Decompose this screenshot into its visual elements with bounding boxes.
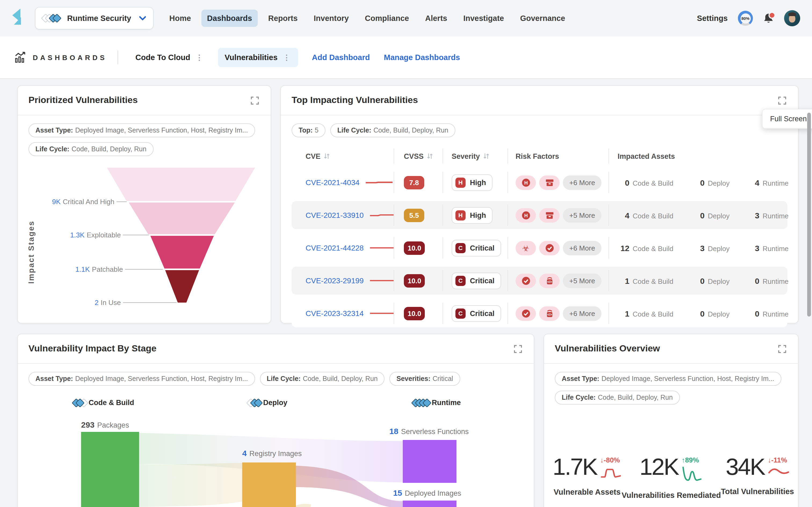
cvss-badge: 10.0 (404, 306, 425, 320)
cvss-badge: 10.0 (404, 274, 425, 287)
card-title: Vulnerabilities Overview (555, 343, 660, 354)
svg-text:H: H (524, 213, 528, 218)
trend-sparkline-icon (369, 245, 394, 250)
filter-pill-life-cycle[interactable]: Life Cycle:Code, Build, Deploy, Run (330, 123, 455, 137)
cve-link[interactable]: CVE-2023-29199 (306, 276, 364, 285)
card-title: Vulnerability Impact By Stage (29, 343, 157, 354)
risk-factor-check-circle-icon[interactable] (516, 306, 536, 321)
filter-pill-asset-type[interactable]: Asset Type:Deployed Image, Serverless Fu… (555, 372, 781, 386)
funnel-label: 1.3KExploitable (70, 231, 121, 239)
impacted-runtime: 3Runtime (748, 211, 789, 220)
stat-vulnerabilities-remediated: 12K ↑89% Vulnerabilities Remediated (622, 455, 721, 500)
filter-pill-asset-type[interactable]: Asset Type:Deployed Image, Serverless Fu… (29, 372, 255, 386)
nav-item-investigate[interactable]: Investigate (457, 10, 510, 27)
sort-icon (324, 153, 330, 159)
kebab-menu-icon[interactable]: ⋮ (282, 55, 292, 60)
risk-factor-check-circle-icon[interactable] (539, 241, 560, 255)
impacted-runtime: 0Runtime (748, 309, 789, 318)
table-row[interactable]: CVE-2023-32314 10.0 CCritical </> +6 Mor… (292, 299, 787, 327)
table-row[interactable]: CVE-2021-33910 5.5 HHigh H +5 More 4Code… (292, 201, 787, 229)
trend-sparkline-icon (768, 466, 789, 477)
trend-sparkline-icon (369, 311, 394, 316)
risk-factor-check-circle-icon[interactable] (516, 273, 536, 288)
nav-item-compliance[interactable]: Compliance (359, 10, 415, 27)
more-risk-factors-pill[interactable]: +6 More (563, 241, 602, 255)
filter-pill-life-cycle[interactable]: Life Cycle:Code, Build, Deploy, Run (555, 391, 679, 404)
risk-factor-archive-box-icon[interactable] (539, 208, 560, 222)
nav-item-inventory[interactable]: Inventory (308, 10, 355, 27)
more-risk-factors-pill[interactable]: +6 More (563, 306, 602, 321)
nav-item-reports[interactable]: Reports (262, 10, 304, 27)
column-header-cve[interactable]: CVE (292, 146, 394, 166)
cve-link[interactable]: CVE-2023-32314 (306, 309, 364, 318)
delta-badge: ↑89% (681, 456, 699, 464)
fullscreen-button[interactable] (777, 344, 787, 354)
vertical-scrollbar[interactable] (807, 113, 811, 317)
risk-factor-high-severity-icon[interactable]: H (516, 208, 536, 222)
table-row[interactable]: CVE-2023-29199 10.0 CCritical </> +5 Mor… (292, 267, 787, 294)
funnel-label: 2In Use (95, 298, 121, 306)
column-header-severity[interactable]: Severity (443, 146, 508, 166)
svg-text:</>: </> (547, 313, 552, 316)
impacted-runtime: 4Runtime (748, 178, 789, 187)
stage-header-deploy: Deploy (248, 399, 287, 407)
settings-button[interactable]: Settings (697, 14, 728, 22)
fullscreen-button[interactable] (250, 95, 260, 105)
cve-link[interactable]: CVE-2021-33910 (306, 211, 364, 219)
impacted-code-build: 1Code & Build (618, 276, 693, 285)
filter-pill-life-cycle[interactable]: Life Cycle:Code, Build, Deploy, Run (260, 372, 385, 386)
user-avatar[interactable] (784, 10, 800, 26)
sankey-node-deployed-images (403, 501, 456, 507)
notifications-bell-icon[interactable] (763, 13, 774, 24)
tab-vulnerabilities[interactable]: Vulnerabilities ⋮ (218, 48, 298, 67)
cve-link[interactable]: CVE-2021-4034 (306, 178, 360, 187)
tab-code-to-cloud[interactable]: Code To Cloud ⋮ (129, 48, 210, 67)
manage-dashboards-link[interactable]: Manage Dashboards (384, 53, 460, 62)
nav-item-governance[interactable]: Governance (514, 10, 571, 27)
risk-factor-exploit-biohazard-icon[interactable]: ☣ (516, 241, 536, 255)
lifecycle-diamonds-icon (248, 399, 261, 406)
filter-pill-severities[interactable]: Severities:Critical (390, 372, 460, 386)
sort-icon (483, 153, 489, 159)
more-risk-factors-pill[interactable]: +6 More (563, 175, 602, 190)
product-name: Runtime Security (67, 14, 131, 22)
nav-item-dashboards[interactable]: Dashboards (201, 10, 258, 27)
kebab-menu-icon[interactable]: ⋮ (194, 55, 204, 60)
table-row[interactable]: CVE-2021-44228 10.0 CCritical ☣ +6 More … (292, 234, 787, 262)
table-row[interactable]: CVE-2021-4034 7.8 HHigh H +6 More 0Code … (292, 168, 787, 196)
stat-total-vulnerabilities: 34K ↓-11% Total Vulnerabilities (721, 455, 794, 500)
more-risk-factors-pill[interactable]: +5 More (563, 208, 602, 222)
more-risk-factors-pill[interactable]: +5 More (563, 273, 602, 288)
column-header-cvss[interactable]: CVSS (394, 146, 443, 166)
fullscreen-button[interactable] (777, 95, 787, 105)
stat-vulnerable-assets: 1.7K ↓-80% Vulnerable Assets (553, 455, 622, 500)
product-switcher[interactable]: Runtime Security (35, 7, 154, 30)
risk-factor-remote-execution-icon[interactable]: </> (539, 306, 560, 321)
impacted-code-build: 4Code & Build (618, 211, 693, 220)
card-title: Top Impacting Vulnerabilities (292, 95, 418, 106)
filter-pill-top[interactable]: Top:5 (292, 123, 325, 137)
svg-text:</>: </> (547, 280, 552, 284)
funnel-label: 1.1KPatchable (75, 265, 123, 273)
sankey-node-registry-images (242, 462, 296, 507)
nav-item-home[interactable]: Home (163, 10, 197, 27)
nav-right-cluster: Settings 80% (697, 10, 800, 26)
filter-pill-life-cycle[interactable]: Life Cycle:Code, Build, Deploy, Run (29, 142, 153, 156)
divider (118, 50, 118, 64)
nav-item-alerts[interactable]: Alerts (419, 10, 453, 27)
filter-pill-asset-type[interactable]: Asset Type:Deployed Image, Serverless Fu… (29, 123, 255, 137)
impacted-runtime: 0Runtime (748, 276, 789, 285)
column-header-risk-factors[interactable]: Risk Factors (508, 146, 609, 166)
fullscreen-tooltip: Full Screen (762, 109, 812, 129)
sankey-node-serverless-functions (403, 440, 456, 483)
cvss-badge: 7.8 (404, 176, 424, 189)
fullscreen-button[interactable] (513, 344, 523, 354)
risk-factor-archive-box-icon[interactable] (539, 175, 560, 190)
funnel-y-axis-label: Impact Stages (27, 221, 36, 284)
column-header-impacted-assets[interactable]: Impacted Assets (609, 146, 787, 166)
usage-progress-ring[interactable]: 80% (738, 11, 753, 26)
cve-link[interactable]: CVE-2021-44228 (306, 243, 364, 252)
add-dashboard-link[interactable]: Add Dashboard (312, 53, 370, 62)
risk-factor-high-severity-icon[interactable]: H (516, 175, 536, 190)
risk-factor-remote-execution-icon[interactable]: </> (539, 273, 560, 288)
